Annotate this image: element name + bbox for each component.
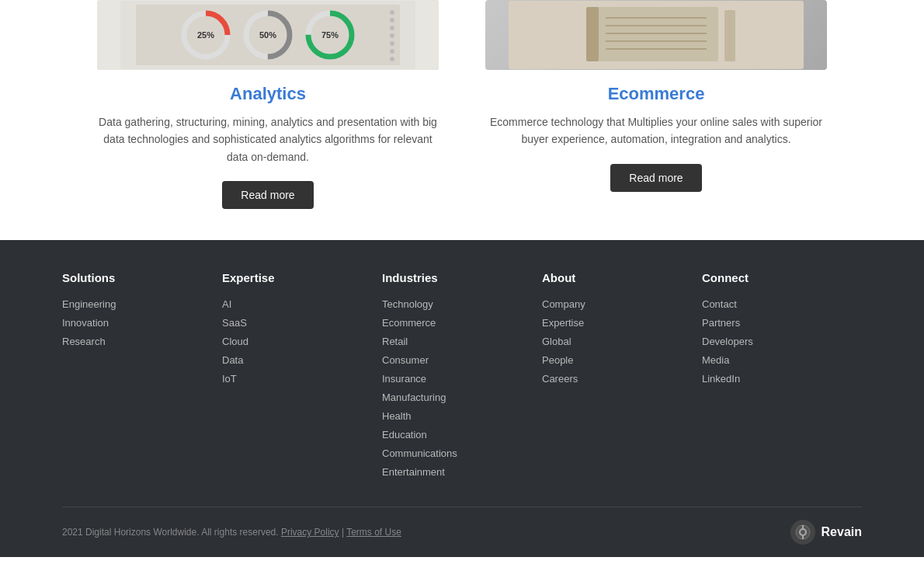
list-item: Communications <box>382 446 542 460</box>
ecommerce-card-title: Ecommerce <box>485 84 827 104</box>
expertise-ai-link[interactable]: AI <box>222 298 231 310</box>
svg-point-2 <box>390 10 394 15</box>
footer-connect-title: Connect <box>702 271 862 284</box>
svg-rect-19 <box>586 7 718 61</box>
footer-connect-list: Contact Partners Developers Media Linked… <box>702 297 862 385</box>
svg-rect-26 <box>724 10 735 61</box>
footer-columns: Solutions Engineering Innovation Researc… <box>62 271 862 507</box>
list-item: Company <box>542 297 702 311</box>
svg-point-6 <box>390 41 394 46</box>
svg-text:75%: 75% <box>321 30 339 40</box>
industries-education-link[interactable]: Education <box>382 429 427 440</box>
svg-text:50%: 50% <box>259 30 276 40</box>
analytics-visual: 25% 50% 75% <box>97 0 439 70</box>
solutions-innovation-link[interactable]: Innovation <box>62 317 109 329</box>
connect-developers-link[interactable]: Developers <box>702 336 753 347</box>
revain-logo: Revain <box>790 520 862 545</box>
footer-solutions-column: Solutions Engineering Innovation Researc… <box>62 271 222 483</box>
list-item: Ecommerce <box>382 315 542 329</box>
ecommerce-card-image <box>485 0 827 70</box>
solutions-research-link[interactable]: Research <box>62 336 106 347</box>
list-item: Cloud <box>222 334 382 348</box>
svg-rect-20 <box>586 7 599 61</box>
list-item: SaaS <box>222 315 382 329</box>
about-careers-link[interactable]: Careers <box>542 373 578 385</box>
footer-solutions-title: Solutions <box>62 271 222 284</box>
list-item: Engineering <box>62 297 222 311</box>
privacy-policy-link[interactable]: Privacy Policy <box>281 527 339 538</box>
analytics-card: 25% 50% 75% Analytics Data gathering, st… <box>97 0 439 209</box>
industries-insurance-link[interactable]: Insurance <box>382 373 426 385</box>
expertise-cloud-link[interactable]: Cloud <box>222 336 248 347</box>
connect-contact-link[interactable]: Contact <box>702 298 737 310</box>
connect-media-link[interactable]: Media <box>702 354 729 366</box>
revain-icon-svg <box>795 524 811 540</box>
about-expertise-link[interactable]: Expertise <box>542 317 584 329</box>
list-item: IoT <box>222 371 382 385</box>
list-item: Innovation <box>62 315 222 329</box>
list-item: Technology <box>382 297 542 311</box>
connect-linkedin-link[interactable]: LinkedIn <box>702 373 740 385</box>
list-item: Insurance <box>382 371 542 385</box>
solutions-engineering-link[interactable]: Engineering <box>62 298 116 310</box>
list-item: Global <box>542 334 702 348</box>
list-item: Developers <box>702 334 862 348</box>
list-item: AI <box>222 297 382 311</box>
list-item: Contact <box>702 297 862 311</box>
footer-bottom: 2021 Digital Horizons Worldwide. All rig… <box>62 507 862 557</box>
list-item: LinkedIn <box>702 371 862 385</box>
analytics-card-description: Data gathering, structuring, mining, ana… <box>97 113 439 165</box>
ecommerce-read-more-button[interactable]: Read more <box>610 164 701 192</box>
footer: Solutions Engineering Innovation Researc… <box>0 240 924 557</box>
industries-communications-link[interactable]: Communications <box>382 447 457 459</box>
svg-point-5 <box>390 33 394 38</box>
industries-health-link[interactable]: Health <box>382 410 412 422</box>
list-item: Expertise <box>542 315 702 329</box>
footer-industries-title: Industries <box>382 271 542 284</box>
footer-about-list: Company Expertise Global People Careers <box>542 297 702 385</box>
analytics-read-more-button[interactable]: Read more <box>222 181 313 209</box>
list-item: Health <box>382 409 542 423</box>
list-item: Research <box>62 334 222 348</box>
cards-section: 25% 50% 75% Analytics Data gathering, st… <box>0 0 924 240</box>
svg-text:25%: 25% <box>197 30 214 40</box>
list-item: Consumer <box>382 353 542 367</box>
industries-manufacturing-link[interactable]: Manufacturing <box>382 392 446 403</box>
footer-connect-column: Connect Contact Partners Developers Medi… <box>702 271 862 483</box>
industries-consumer-link[interactable]: Consumer <box>382 354 429 366</box>
expertise-data-link[interactable]: Data <box>222 354 243 366</box>
connect-partners-link[interactable]: Partners <box>702 317 740 329</box>
svg-point-4 <box>390 26 394 30</box>
about-people-link[interactable]: People <box>542 354 573 366</box>
list-item: Media <box>702 353 862 367</box>
list-item: People <box>542 353 702 367</box>
industries-ecommerce-link[interactable]: Ecommerce <box>382 317 436 329</box>
footer-about-title: About <box>542 271 702 284</box>
list-item: Manufacturing <box>382 390 542 404</box>
list-item: Data <box>222 353 382 367</box>
about-company-link[interactable]: Company <box>542 298 585 310</box>
analytics-card-title: Analytics <box>97 84 439 104</box>
footer-expertise-column: Expertise AI SaaS Cloud Data IoT <box>222 271 382 483</box>
footer-industries-list: Technology Ecommerce Retail Consumer Ins… <box>382 297 542 479</box>
expertise-saas-link[interactable]: SaaS <box>222 317 247 329</box>
analytics-chart-svg: 25% 50% 75% <box>120 1 415 69</box>
about-global-link[interactable]: Global <box>542 336 571 347</box>
industries-retail-link[interactable]: Retail <box>382 336 408 347</box>
revain-logo-icon <box>790 520 815 545</box>
list-item: Partners <box>702 315 862 329</box>
ecommerce-card: Ecommerce Ecommerce technology that Mult… <box>485 0 827 209</box>
industries-technology-link[interactable]: Technology <box>382 298 433 310</box>
list-item: Careers <box>542 371 702 385</box>
expertise-iot-link[interactable]: IoT <box>222 373 237 385</box>
industries-entertainment-link[interactable]: Entertainment <box>382 466 445 478</box>
footer-expertise-title: Expertise <box>222 271 382 284</box>
analytics-card-image: 25% 50% 75% <box>97 0 439 70</box>
list-item: Education <box>382 427 542 441</box>
list-item: Retail <box>382 334 542 348</box>
terms-of-use-link[interactable]: Terms of Use <box>346 527 401 538</box>
footer-industries-column: Industries Technology Ecommerce Retail C… <box>382 271 542 483</box>
footer-solutions-list: Engineering Innovation Research <box>62 297 222 348</box>
svg-point-3 <box>390 18 394 23</box>
svg-point-8 <box>390 57 394 61</box>
